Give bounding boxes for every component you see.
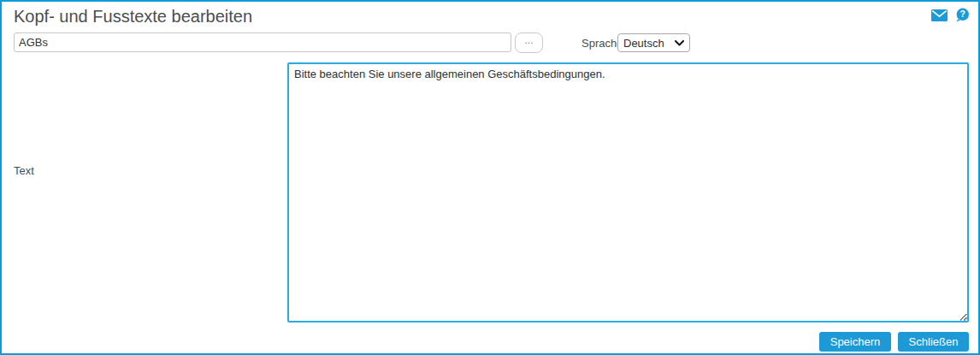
svg-text:?: ? bbox=[960, 9, 965, 19]
chevron-down-icon bbox=[675, 40, 684, 46]
page-title: Kopf- und Fusstexte bearbeiten bbox=[14, 7, 252, 27]
title-input[interactable] bbox=[14, 33, 511, 52]
mail-icon[interactable] bbox=[931, 9, 948, 21]
header-icons: ? bbox=[931, 8, 970, 22]
language-select-value: Deutsch bbox=[623, 37, 675, 50]
language-select[interactable]: Deutsch bbox=[617, 33, 690, 52]
browse-button[interactable]: ... bbox=[515, 33, 543, 53]
text-textarea[interactable]: Bitte beachten Sie unsere allgemeinen Ge… bbox=[287, 62, 969, 322]
close-button[interactable]: Schließen bbox=[898, 332, 969, 352]
text-label: Text bbox=[14, 164, 34, 177]
save-button[interactable]: Speichern bbox=[819, 332, 891, 352]
edit-header-footer-window: Kopf- und Fusstexte bearbeiten ? ... Spr… bbox=[0, 0, 980, 355]
help-icon[interactable]: ? bbox=[955, 8, 970, 22]
